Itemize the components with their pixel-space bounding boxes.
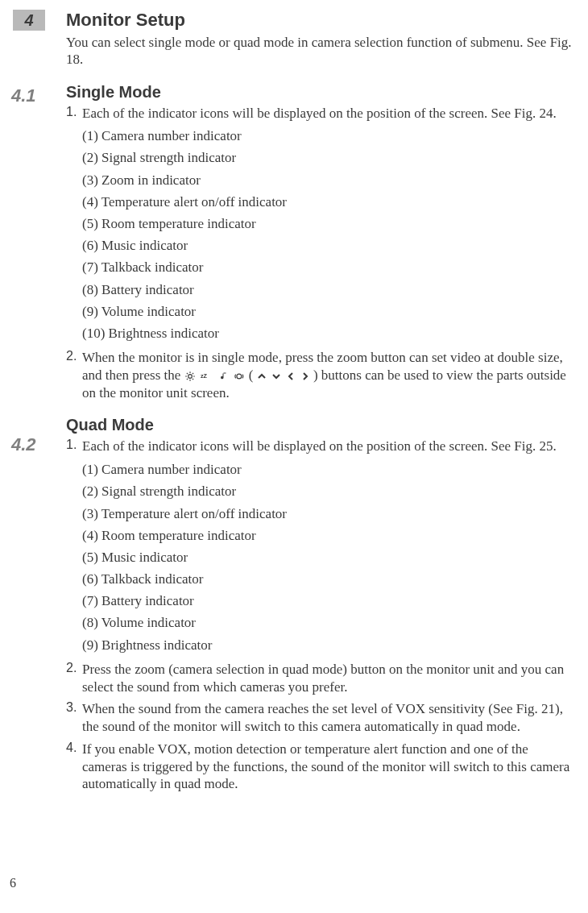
- sublist-item: (8) Battery indicator: [82, 279, 572, 301]
- list-text: When the monitor is in single mode, pres…: [82, 349, 572, 401]
- sublist-item: (9) Volume indicator: [82, 301, 572, 322]
- list-item: 4. If you enable VOX, motion detection o…: [66, 741, 572, 793]
- quad-mode-list: 1. Each of the indicator icons will be d…: [66, 438, 572, 793]
- svg-text:zZ: zZ: [201, 372, 208, 380]
- list-text: Each of the indicator icons will be disp…: [82, 106, 557, 121]
- music-note-icon: [220, 371, 230, 382]
- sublist-item: (4) Room temperature indicator: [82, 525, 572, 546]
- svg-point-0: [188, 375, 192, 379]
- list-number: 3.: [66, 700, 82, 715]
- sublist-item: (5) Room temperature indicator: [82, 213, 572, 234]
- sublist-item: (1) Camera number indicator: [82, 459, 572, 480]
- talkback-icon: [234, 371, 246, 382]
- list-number: 1.: [66, 105, 82, 119]
- sublist-item: (2) Signal strength indicator: [82, 147, 572, 168]
- list-text: Each of the indicator icons will be disp…: [82, 438, 557, 454]
- svg-point-2: [236, 374, 241, 379]
- zz-icon: zZ: [201, 371, 215, 381]
- list-number: 4.: [66, 741, 82, 755]
- list-text: Press the zoom (camera selection in quad…: [82, 661, 572, 696]
- sublist-item: (9) Brightness indicator: [82, 634, 572, 656]
- list-number: 1.: [66, 438, 82, 452]
- list-item: 1. Each of the indicator icons will be d…: [66, 438, 572, 655]
- sublist-item: (2) Signal strength indicator: [82, 480, 572, 502]
- section-number-badge: 4: [13, 10, 45, 31]
- list-text: When the sound from the camera reaches t…: [82, 700, 572, 736]
- sublist-item: (7) Battery indicator: [82, 590, 572, 612]
- list-item: 2. Press the zoom (camera selection in q…: [66, 661, 572, 696]
- list-number: 2.: [66, 661, 82, 675]
- text-fragment: (: [249, 367, 257, 383]
- sublist-item: (6) Talkback indicator: [82, 568, 572, 590]
- sublist-item: (5) Music indicator: [82, 546, 572, 568]
- section-intro: You can select single mode or quad mode …: [66, 34, 572, 68]
- chevron-up-icon: [257, 371, 267, 381]
- list-item: 2. When the monitor is in single mode, p…: [66, 349, 572, 401]
- indicator-sublist: (1) Camera number indicator (2) Signal s…: [82, 459, 572, 656]
- list-number: 2.: [66, 349, 82, 363]
- sublist-item: (1) Camera number indicator: [82, 125, 572, 147]
- sublist-item: (8) Volume indicator: [82, 612, 572, 633]
- chevron-down-icon: [271, 371, 281, 381]
- button-icons-group: zZ: [184, 371, 246, 382]
- single-mode-list: 1. Each of the indicator icons will be d…: [66, 105, 572, 402]
- sublist-item: (7) Talkback indicator: [82, 256, 572, 278]
- subsection-number: 4.1: [11, 85, 36, 106]
- list-text: If you enable VOX, motion detection or t…: [82, 741, 572, 793]
- sublist-item: (4) Temperature alert on/off indicator: [82, 191, 572, 213]
- list-item: 3. When the sound from the camera reache…: [66, 700, 572, 736]
- indicator-sublist: (1) Camera number indicator (2) Signal s…: [82, 125, 572, 344]
- sun-icon: [184, 371, 196, 382]
- chevron-right-icon: [300, 371, 310, 381]
- sublist-item: (6) Music indicator: [82, 234, 572, 256]
- section-title: Monitor Setup: [66, 10, 572, 31]
- subsection-title: Single Mode: [66, 83, 572, 102]
- subsection-number: 4.2: [11, 434, 36, 455]
- chevron-left-icon: [286, 371, 296, 381]
- sublist-item: (3) Zoom in indicator: [82, 169, 572, 191]
- page-number: 6: [10, 876, 16, 890]
- sublist-item: (3) Temperature alert on/off indicator: [82, 503, 572, 525]
- arrow-icons-group: [257, 371, 310, 381]
- sublist-item: (10) Brightness indicator: [82, 322, 572, 344]
- list-item: 1. Each of the indicator icons will be d…: [66, 105, 572, 345]
- subsection-title: Quad Mode: [66, 416, 572, 434]
